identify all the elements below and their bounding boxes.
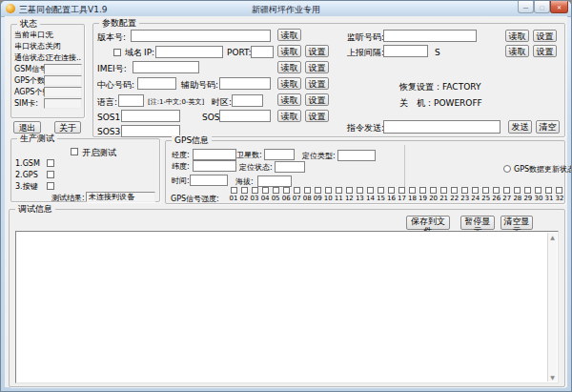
pause-display-button[interactable]: 暂停显示 (460, 216, 495, 230)
exit-button[interactable]: 退出 (13, 121, 41, 134)
signal-checkbox[interactable] (367, 187, 374, 194)
imei-read-button[interactable]: 读取 (277, 61, 301, 73)
signal-checkbox[interactable] (451, 187, 458, 194)
language-note: [注:1-中文;0-英文] (148, 97, 204, 107)
imei-set-button[interactable]: 设置 (305, 61, 329, 73)
signal-checkbox[interactable] (304, 187, 311, 194)
number-set-button[interactable]: 设置 (305, 77, 329, 90)
signal-checkbox[interactable] (294, 187, 300, 194)
clear-command-button[interactable]: 清空 (536, 120, 560, 134)
start-test-checkbox[interactable] (71, 148, 78, 155)
signal-checkbox[interactable] (325, 187, 332, 194)
signal-checkbox[interactable] (273, 187, 279, 194)
signal-checkbox[interactable] (461, 187, 468, 194)
signal-checkbox[interactable] (283, 187, 290, 194)
scroll-down-icon[interactable]: ▼ (548, 374, 557, 381)
close-button[interactable]: ✕ (550, 1, 568, 13)
signal-checkbox[interactable] (409, 187, 416, 194)
signal-checkbox[interactable] (262, 187, 269, 194)
save-to-file-button[interactable]: 保存到文件 (406, 216, 450, 230)
clear-display-button[interactable]: 清空显示 (500, 216, 533, 230)
language-input[interactable] (118, 94, 144, 107)
sos-read-button[interactable]: 读取 (277, 110, 301, 122)
imei-input[interactable] (133, 61, 199, 73)
version-read-button[interactable]: 读取 (277, 29, 301, 41)
signal-checkbox[interactable] (336, 187, 342, 194)
signal-checkbox[interactable] (357, 187, 363, 194)
signal-checkbox[interactable] (472, 187, 479, 194)
signal-checkbox[interactable] (315, 187, 321, 194)
imei-label: IMEI号: (97, 64, 127, 73)
position-type-input[interactable] (337, 150, 376, 161)
title-bar[interactable]: 三基同创配置工具V1.9 新疆柯坪作业专用 — ▢ ✕ (1, 1, 571, 17)
version-input[interactable] (131, 30, 271, 42)
lang-set-button[interactable]: 设置 (305, 93, 329, 106)
signal-unit: 03 (250, 187, 259, 203)
lang-read-button[interactable]: 读取 (277, 93, 301, 106)
time-input[interactable] (190, 175, 228, 186)
interval-read-button[interactable]: 读取 (505, 45, 529, 57)
signal-checkbox[interactable] (430, 187, 437, 194)
signal-checkbox[interactable] (346, 187, 353, 194)
signal-checkbox[interactable] (503, 187, 510, 194)
sos1-input[interactable] (121, 110, 180, 122)
interval-input[interactable] (383, 45, 428, 57)
aux-number-input[interactable] (219, 77, 271, 90)
position-status-input[interactable] (275, 161, 305, 173)
signal-number: 06 (282, 195, 291, 202)
signal-checkbox[interactable] (493, 187, 500, 194)
test-item-checkbox[interactable] (47, 171, 54, 178)
longitude-input[interactable] (193, 149, 236, 160)
debug-log-area[interactable]: ▲ ▼ (15, 231, 559, 383)
test-item-checkbox[interactable] (47, 182, 54, 190)
status-row-label: SIM卡: (14, 99, 38, 109)
signal-checkbox[interactable] (419, 187, 426, 194)
domain-label: 域名 (125, 48, 142, 57)
debug-scrollbar[interactable]: ▲ ▼ (547, 233, 557, 382)
sos-set-button[interactable]: 设置 (305, 110, 329, 122)
latitude-input[interactable] (193, 160, 236, 172)
signal-checkbox[interactable] (524, 187, 531, 194)
port-input[interactable] (251, 46, 274, 58)
command-input[interactable] (383, 120, 500, 134)
ip-input[interactable] (155, 46, 223, 58)
signal-checkbox[interactable] (241, 187, 248, 194)
signal-checkbox[interactable] (556, 187, 562, 194)
listen-number-input[interactable] (383, 30, 477, 42)
maximize-button[interactable]: ▢ (534, 1, 550, 13)
scroll-up-icon[interactable]: ▲ (548, 234, 557, 240)
signal-checkbox[interactable] (514, 187, 521, 194)
sos2-input[interactable] (219, 110, 271, 122)
signal-checkbox[interactable] (398, 187, 405, 194)
signal-checkbox[interactable] (231, 187, 237, 194)
minimize-button[interactable]: — (518, 1, 534, 13)
test-item-checkbox[interactable] (47, 159, 54, 167)
signal-unit: 08 (302, 187, 312, 203)
signal-checkbox[interactable] (545, 187, 552, 194)
send-button[interactable]: 发送 (508, 120, 532, 134)
signal-unit: 02 (239, 187, 249, 203)
listen-read-button[interactable]: 读取 (505, 30, 529, 42)
signal-number: 19 (419, 195, 427, 202)
signal-number: 14 (366, 195, 375, 202)
timezone-input[interactable] (232, 94, 263, 107)
signal-checkbox[interactable] (535, 187, 541, 194)
altitude-input[interactable] (257, 175, 292, 187)
number-read-button[interactable]: 读取 (277, 77, 301, 90)
signal-checkbox[interactable] (388, 187, 395, 194)
listen-set-button[interactable]: 设置 (533, 30, 557, 42)
about-button[interactable]: 关于 (54, 121, 81, 134)
signal-checkbox[interactable] (252, 187, 258, 194)
server-set-button[interactable]: 设置 (305, 45, 329, 57)
signal-checkbox[interactable] (440, 187, 447, 194)
signal-checkbox[interactable] (482, 187, 489, 194)
gps-update-radio[interactable] (503, 165, 511, 173)
interval-set-button[interactable]: 设置 (533, 45, 557, 57)
param-group: 参数配置 版本号: 读取 域名 IP: PORT: 读取 设置 IMEI号: 读… (92, 23, 565, 137)
server-read-button[interactable]: 读取 (277, 45, 301, 57)
domain-checkbox[interactable] (113, 49, 121, 56)
signal-checkbox[interactable] (378, 187, 384, 194)
center-number-input[interactable] (137, 77, 176, 90)
satellite-count-input[interactable] (264, 149, 295, 160)
sos3-label: SOS3: (97, 127, 123, 136)
